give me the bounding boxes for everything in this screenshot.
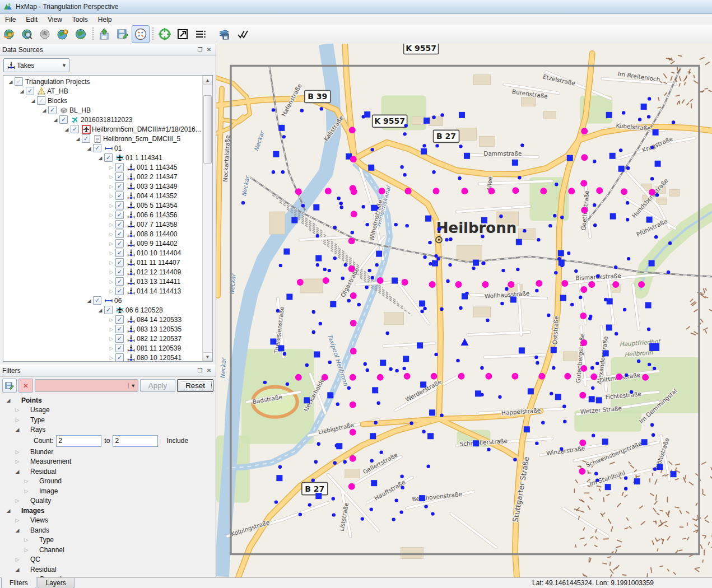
float-panel-icon[interactable]: ❐ [196, 366, 204, 375]
collapse-icon[interactable]: ◢ [29, 98, 37, 104]
checkbox[interactable]: ✓ [115, 315, 124, 324]
tree-row[interactable]: ◢✓Heilbronn_5cm_DMCIII_5 [3, 134, 203, 143]
tree-row[interactable]: ▷✓010 10 114404 [3, 248, 203, 258]
tree-row[interactable]: ◢✓BL_HB [3, 105, 203, 115]
checkbox[interactable]: ✓ [115, 344, 124, 352]
expand-icon[interactable]: ▷ [22, 488, 30, 494]
tree-row[interactable]: ◢✓Blocks [3, 96, 203, 105]
filter-select[interactable]: ▼ [35, 379, 138, 392]
checkbox[interactable]: ✓ [115, 258, 124, 267]
expand-icon[interactable]: ▷ [13, 407, 21, 413]
checkbox[interactable]: ✓ [93, 144, 101, 152]
checkbox[interactable]: ✓ [115, 211, 124, 219]
collapse-icon[interactable]: ◢ [13, 469, 21, 474]
tree-row[interactable]: ▷✓005 5 114354 [3, 200, 203, 210]
checkbox[interactable]: ✓ [59, 115, 68, 124]
tree-row[interactable]: ▷✓002 2 114347 [3, 172, 203, 181]
filter-tree-row[interactable]: ▷Type [0, 535, 216, 545]
checkbox[interactable]: ✓ [26, 87, 34, 95]
checkbox[interactable]: ✓ [115, 230, 124, 238]
tree-row[interactable]: ◢✓01 1 114341 [3, 153, 203, 162]
filter-tree-row[interactable]: ◢Points [0, 395, 216, 405]
checkbox[interactable]: ✓ [115, 325, 124, 333]
checkbox[interactable]: ✓ [71, 125, 79, 133]
checkbox[interactable]: ✓ [48, 106, 57, 114]
tree-row[interactable]: ▷✓009 9 114402 [3, 239, 203, 248]
expand-icon[interactable]: ▷ [22, 478, 30, 484]
expand-icon[interactable]: ▷ [13, 459, 21, 464]
tree-row[interactable]: ◢✓Heilbronn5cm_DMCIII##1/18/2016... [3, 124, 203, 134]
expand-icon[interactable]: ▷ [108, 174, 115, 180]
tab-filters[interactable]: Filters [1, 577, 36, 588]
checkbox[interactable]: ✓ [115, 353, 124, 361]
tree-row[interactable]: ▷✓080 10 120541 [3, 353, 203, 361]
expand-icon[interactable]: ▷ [108, 231, 115, 237]
expand-icon[interactable]: ▷ [13, 417, 21, 423]
map-view[interactable]: NeckartalstraßeNeckarNeckarNeckarNeckarW… [216, 44, 712, 577]
expand-icon[interactable]: ▷ [13, 498, 21, 503]
filter-tree-row[interactable]: ◢Bands [0, 525, 216, 535]
menu-item-view[interactable]: View [43, 15, 67, 24]
tree-row[interactable]: ▷✓004 4 114352 [3, 191, 203, 200]
checkbox[interactable]: ✓ [115, 220, 124, 228]
scroll-up-icon[interactable]: ▲ [203, 76, 212, 85]
collapse-icon[interactable]: ◢ [7, 79, 15, 85]
collapse-icon[interactable]: ◢ [13, 528, 21, 533]
expand-icon[interactable]: ▷ [108, 212, 115, 218]
checkbox[interactable]: ✓ [15, 77, 23, 86]
filter-tree-row[interactable]: ▷Channel [0, 545, 216, 555]
expand-icon[interactable]: ▷ [13, 449, 21, 455]
target-button[interactable] [156, 25, 174, 43]
tree-row[interactable]: ◢✓06 6 120528 [3, 305, 203, 315]
tree-row[interactable]: ◢✓Triangulation Projects [3, 77, 203, 86]
filter-tree-row[interactable]: ▷Blunder [0, 447, 216, 457]
globe-search-button[interactable] [18, 25, 36, 43]
expand-icon[interactable]: ▷ [108, 165, 115, 170]
collapse-icon[interactable]: ◢ [4, 398, 12, 403]
tree-row[interactable]: ▷✓082 12 120537 [3, 334, 203, 343]
checkbox[interactable]: ✓ [115, 249, 124, 257]
collapse-icon[interactable]: ◢ [4, 508, 12, 514]
tree-row[interactable]: ◢✓01 [3, 143, 203, 153]
checkbox[interactable]: ✓ [104, 306, 113, 314]
scroll-down-icon[interactable]: ▼ [203, 352, 212, 361]
filter-tree-row[interactable]: ▷Type [0, 415, 216, 425]
menu-item-tools[interactable]: Tools [67, 15, 93, 24]
filter-tree-row[interactable]: ▷Measurement [0, 457, 216, 467]
globe-gear-button[interactable] [54, 25, 72, 43]
expand-icon[interactable]: ▷ [108, 326, 115, 332]
tree-row[interactable]: ▷✓006 6 114356 [3, 210, 203, 220]
takes-dropdown[interactable]: Takes ▼ [3, 58, 69, 72]
tree-row[interactable]: ▷✓001 1 114345 [3, 162, 203, 172]
filter-tree-row[interactable]: ▷Ground [0, 477, 216, 487]
expand-icon[interactable]: ▷ [108, 193, 115, 199]
reset-button[interactable]: Reset [177, 379, 213, 392]
expand-icon[interactable]: ▷ [108, 203, 115, 208]
tree-row[interactable]: ▷✓084 14 120533 [3, 315, 203, 324]
collapse-icon[interactable]: ◢ [96, 307, 104, 313]
tree-row[interactable]: ▷✓012 12 114409 [3, 267, 203, 277]
checkbox[interactable]: ✓ [115, 268, 124, 276]
menu-item-edit[interactable]: Edit [21, 15, 43, 24]
collapse-icon[interactable]: ◢ [85, 298, 93, 304]
tree-row[interactable]: ▷✓008 8 114400 [3, 229, 203, 239]
close-panel-icon[interactable]: ✕ [204, 366, 213, 375]
checkbox[interactable]: ✓ [115, 239, 124, 248]
expand-icon[interactable]: ▷ [22, 547, 30, 553]
expand-icon[interactable]: ▷ [13, 517, 21, 523]
tree-row[interactable]: ◢✓20160318112023 [3, 115, 203, 124]
expand-icon[interactable]: ▷ [108, 250, 115, 256]
save-edit-button[interactable] [114, 25, 132, 43]
list-button[interactable] [192, 25, 210, 43]
collapse-icon[interactable]: ◢ [13, 567, 21, 572]
collapse-icon[interactable]: ◢ [63, 127, 71, 132]
checkbox[interactable]: ✓ [82, 134, 90, 143]
filter-tree-row[interactable]: ◢Rays [0, 425, 216, 435]
collapse-icon[interactable]: ◢ [13, 427, 21, 432]
tree-row[interactable]: ◢✓AT_HB [3, 86, 203, 96]
clear-filter-button[interactable]: ✕ [18, 379, 33, 393]
checkbox[interactable]: ✓ [104, 153, 113, 162]
expand-icon[interactable]: ▷ [108, 279, 115, 284]
expand-icon[interactable]: ▷ [108, 184, 115, 189]
globe-web-button[interactable] [0, 25, 18, 43]
